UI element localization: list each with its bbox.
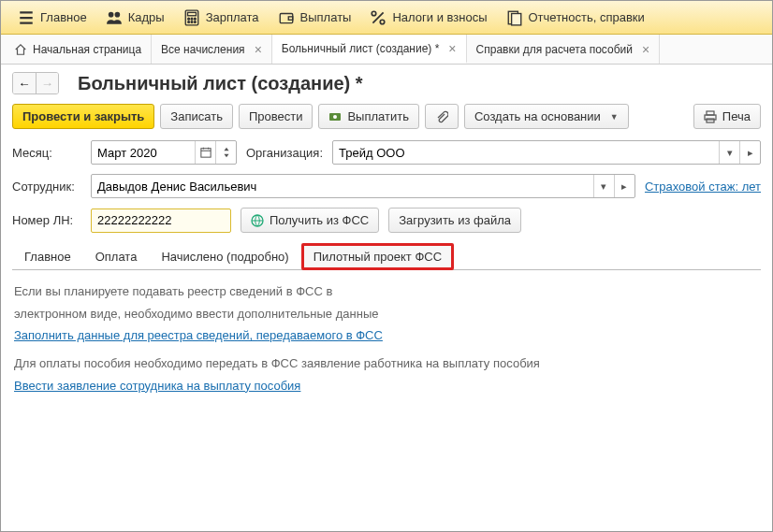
- app-window: Главное Кадры Зарплата Выплаты Налоги и …: [0, 0, 773, 532]
- month-input-group: [91, 140, 237, 165]
- create-based-button[interactable]: Создать на основании ▼: [464, 104, 629, 129]
- create-based-label: Создать на основании: [474, 109, 601, 123]
- tab-sick-leave-label: Больничный лист (создание) *: [282, 42, 440, 55]
- wallet-icon: [278, 10, 295, 25]
- menu-vyplaty[interactable]: Выплаты: [269, 5, 361, 31]
- svg-point-0: [108, 11, 113, 17]
- stazh-link[interactable]: Страховой стаж: лет: [645, 180, 761, 194]
- menu-otchet[interactable]: Отчетность, справки: [497, 5, 654, 31]
- tab-all-accruals[interactable]: Все начисления ×: [152, 35, 272, 64]
- info-text-1a: Если вы планируете подавать реестр сведе…: [14, 283, 759, 300]
- menu-nalogi-label: Налоги и взносы: [392, 10, 487, 24]
- svg-point-1: [114, 11, 120, 17]
- post-button[interactable]: Провести: [239, 104, 314, 129]
- get-fss-label: Получить из ФСС: [270, 213, 369, 227]
- employee-input-group: ▾ ▸: [91, 174, 635, 198]
- tab-all-accruals-label: Все начисления: [161, 43, 245, 56]
- nomer-input[interactable]: [91, 208, 231, 233]
- close-icon[interactable]: ×: [642, 42, 649, 57]
- org-input-group: ▾ ▸: [332, 140, 761, 165]
- menu-otchet-label: Отчетность, справки: [529, 10, 645, 24]
- svg-point-6: [194, 18, 196, 20]
- nav-arrows: ← →: [12, 72, 59, 94]
- svg-point-9: [194, 21, 196, 22]
- nav-forward-button[interactable]: →: [36, 73, 58, 93]
- calc-icon: [183, 10, 200, 25]
- open-ref-icon[interactable]: ▸: [739, 141, 760, 164]
- close-icon[interactable]: ×: [255, 42, 262, 57]
- svg-rect-21: [200, 149, 210, 157]
- svg-point-7: [187, 21, 189, 22]
- svg-point-5: [191, 18, 193, 20]
- menu-main[interactable]: Главное: [8, 5, 96, 31]
- fill-registry-link[interactable]: Заполнить данные для реестра сведений, п…: [14, 328, 383, 342]
- svg-rect-11: [288, 16, 293, 19]
- attach-button[interactable]: [425, 104, 459, 129]
- printer-icon: [704, 110, 717, 123]
- save-button[interactable]: Записать: [160, 104, 233, 129]
- month-label: Месяц:: [12, 146, 81, 160]
- row-month-org: Месяц: Организация: ▾ ▸: [12, 140, 761, 165]
- title-row: ← → Больничный лист (создание) *: [12, 72, 761, 94]
- tab-sick-leave[interactable]: Больничный лист (создание) * ×: [272, 35, 467, 64]
- svg-rect-3: [187, 12, 196, 15]
- info-text-2: Для оплаты пособия необходимо передать в…: [14, 355, 759, 372]
- tab-oplata[interactable]: Оплата: [83, 243, 150, 270]
- enter-application-link[interactable]: Ввести заявление сотрудника на выплату п…: [14, 379, 300, 393]
- tab-home[interactable]: Начальная страница: [5, 35, 152, 64]
- svg-rect-20: [707, 119, 714, 122]
- menu-kadry[interactable]: Кадры: [96, 5, 174, 31]
- page-title: Больничный лист (создание) *: [78, 73, 363, 94]
- row-employee: Сотрудник: ▾ ▸ Страховой стаж: лет: [12, 174, 761, 198]
- chevron-down-icon[interactable]: ▾: [719, 141, 739, 164]
- menu-vyplaty-label: Выплаты: [300, 10, 352, 24]
- employee-input[interactable]: [92, 175, 593, 197]
- svg-point-4: [187, 18, 189, 20]
- load-file-button[interactable]: Загрузить из файла: [388, 208, 521, 233]
- tab-nachisleno[interactable]: Начислено (подробно): [149, 243, 300, 270]
- print-button[interactable]: Печа: [693, 104, 761, 129]
- tab-spravki-label: Справки для расчета пособий: [476, 43, 633, 56]
- info-text-1b: электронном виде, необходимо ввести допо…: [14, 306, 759, 323]
- menu-zarplata[interactable]: Зарплата: [174, 5, 269, 31]
- menu-kadry-label: Кадры: [128, 10, 165, 24]
- document-tabs: Главное Оплата Начислено (подробно) Пило…: [12, 242, 761, 270]
- nomer-label: Номер ЛН:: [12, 213, 81, 227]
- clip-icon: [435, 110, 448, 123]
- money-icon: [328, 110, 342, 123]
- tab-spravki[interactable]: Справки для расчета пособий ×: [467, 35, 661, 64]
- svg-rect-10: [280, 13, 293, 22]
- get-fss-button[interactable]: Получить из ФСС: [241, 208, 379, 233]
- month-input[interactable]: [92, 141, 195, 164]
- chevron-down-icon: ▼: [610, 112, 619, 122]
- stepper-icon[interactable]: [215, 141, 236, 164]
- svg-point-13: [381, 20, 386, 24]
- chevron-down-icon[interactable]: ▾: [593, 175, 614, 197]
- org-label: Организация:: [246, 146, 323, 160]
- home-icon: [14, 43, 27, 56]
- calendar-icon[interactable]: [195, 141, 215, 164]
- globe-icon: [251, 214, 264, 227]
- percent-icon: [370, 10, 386, 25]
- tab-pilot-fss[interactable]: Пилотный проект ФСС: [301, 243, 454, 270]
- tab-main[interactable]: Главное: [12, 243, 83, 270]
- people-icon: [106, 10, 123, 25]
- post-and-close-button[interactable]: Провести и закрыть: [12, 104, 154, 129]
- main-menu-bar: Главное Кадры Зарплата Выплаты Налоги и …: [1, 1, 772, 35]
- close-icon[interactable]: ×: [448, 41, 456, 56]
- pay-button[interactable]: Выплатить: [318, 104, 419, 129]
- open-ref-icon[interactable]: ▸: [614, 175, 634, 197]
- menu-main-label: Главное: [40, 10, 87, 24]
- hamburger-icon: [18, 10, 35, 25]
- nav-tabs: Начальная страница Все начисления × Боль…: [1, 35, 772, 65]
- org-input[interactable]: [333, 141, 719, 164]
- svg-point-12: [372, 11, 377, 16]
- menu-zarplata-label: Зарплата: [206, 10, 259, 24]
- employee-label: Сотрудник:: [12, 180, 81, 194]
- menu-nalogi[interactable]: Налоги и взносы: [360, 5, 496, 31]
- pay-button-label: Выплатить: [347, 109, 409, 123]
- svg-rect-15: [511, 13, 520, 24]
- print-label: Печа: [722, 109, 751, 123]
- nav-back-button[interactable]: ←: [13, 73, 36, 93]
- toolbar: Провести и закрыть Записать Провести Вып…: [12, 104, 761, 129]
